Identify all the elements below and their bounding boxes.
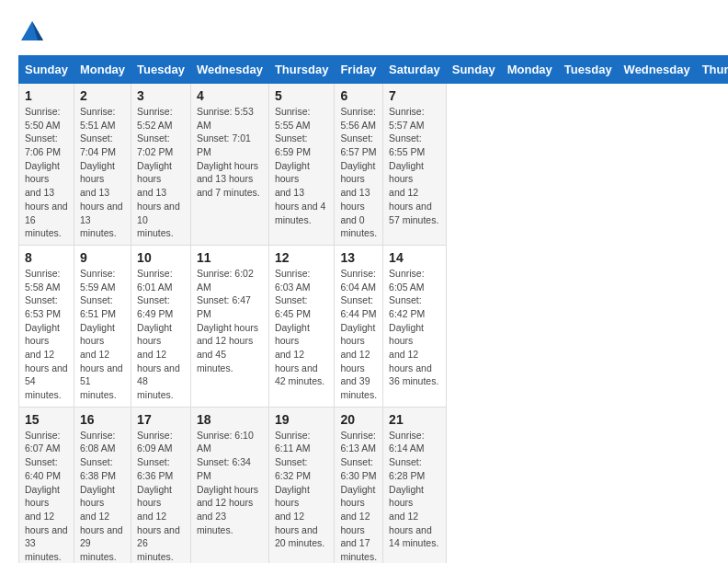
calendar-cell: 4 Sunrise: 5:53 AM Sunset: 7:01 PM Dayli…: [190, 84, 268, 246]
calendar-cell: 21 Sunrise: 6:14 AM Sunset: 6:28 PM Dayl…: [383, 407, 447, 563]
day-info: Sunrise: 6:07 AM Sunset: 6:40 PM Dayligh…: [25, 429, 68, 563]
day-info: Sunrise: 6:09 AM Sunset: 6:36 PM Dayligh…: [137, 429, 185, 563]
day-number: 4: [197, 88, 263, 103]
day-number: 18: [197, 412, 263, 427]
logo-icon: [18, 18, 46, 46]
calendar-cell: 18 Sunrise: 6:10 AM Sunset: 6:34 PM Dayl…: [190, 407, 268, 563]
day-number: 8: [25, 250, 68, 265]
day-header-monday: Monday: [74, 56, 131, 84]
calendar-cell: 16 Sunrise: 6:08 AM Sunset: 6:38 PM Dayl…: [74, 407, 131, 563]
day-info: Sunrise: 5:51 AM Sunset: 7:04 PM Dayligh…: [80, 105, 125, 240]
day-number: 13: [340, 250, 377, 265]
day-info: Sunrise: 5:57 AM Sunset: 6:55 PM Dayligh…: [389, 105, 440, 226]
day-number: 17: [137, 412, 185, 427]
day-header-thursday: Thursday: [696, 56, 728, 84]
day-number: 3: [137, 88, 185, 103]
day-info: Sunrise: 5:55 AM Sunset: 6:59 PM Dayligh…: [275, 105, 329, 226]
day-number: 14: [389, 250, 440, 265]
day-header-thursday: Thursday: [268, 56, 335, 84]
calendar-cell: 7 Sunrise: 5:57 AM Sunset: 6:55 PM Dayli…: [383, 84, 447, 246]
day-header-sunday: Sunday: [446, 56, 501, 84]
day-header-tuesday: Tuesday: [558, 56, 618, 84]
day-info: Sunrise: 5:56 AM Sunset: 6:57 PM Dayligh…: [340, 105, 377, 240]
day-number: 20: [340, 412, 377, 427]
day-info: Sunrise: 5:50 AM Sunset: 7:06 PM Dayligh…: [25, 105, 68, 240]
page-header: [18, 18, 710, 46]
calendar-cell: 19 Sunrise: 6:11 AM Sunset: 6:32 PM Dayl…: [268, 407, 335, 563]
day-info: Sunrise: 5:52 AM Sunset: 7:02 PM Dayligh…: [137, 105, 185, 240]
calendar-cell: 3 Sunrise: 5:52 AM Sunset: 7:02 PM Dayli…: [131, 84, 191, 246]
calendar-cell: 2 Sunrise: 5:51 AM Sunset: 7:04 PM Dayli…: [74, 84, 131, 246]
calendar-cell: 14 Sunrise: 6:05 AM Sunset: 6:42 PM Dayl…: [383, 245, 447, 407]
day-number: 12: [275, 250, 329, 265]
calendar-header-row: SundayMondayTuesdayWednesdayThursdayFrid…: [19, 56, 729, 84]
day-header-sunday: Sunday: [19, 56, 74, 84]
calendar-table: SundayMondayTuesdayWednesdayThursdayFrid…: [18, 55, 728, 563]
day-info: Sunrise: 6:08 AM Sunset: 6:38 PM Dayligh…: [80, 429, 125, 563]
day-info: Sunrise: 6:01 AM Sunset: 6:49 PM Dayligh…: [137, 267, 185, 402]
day-number: 1: [25, 88, 68, 103]
day-header-tuesday: Tuesday: [131, 56, 191, 84]
day-number: 21: [389, 412, 440, 427]
day-number: 19: [275, 412, 329, 427]
day-number: 10: [137, 250, 185, 265]
calendar-cell: 1 Sunrise: 5:50 AM Sunset: 7:06 PM Dayli…: [19, 84, 74, 246]
calendar-week-row: 15 Sunrise: 6:07 AM Sunset: 6:40 PM Dayl…: [19, 407, 729, 563]
day-info: Sunrise: 6:11 AM Sunset: 6:32 PM Dayligh…: [275, 429, 329, 550]
calendar-cell: 17 Sunrise: 6:09 AM Sunset: 6:36 PM Dayl…: [131, 407, 191, 563]
day-header-friday: Friday: [335, 56, 383, 84]
day-number: 6: [340, 88, 377, 103]
day-number: 16: [80, 412, 125, 427]
calendar-week-row: 1 Sunrise: 5:50 AM Sunset: 7:06 PM Dayli…: [19, 84, 729, 246]
calendar-cell: 20 Sunrise: 6:13 AM Sunset: 6:30 PM Dayl…: [335, 407, 383, 563]
day-info: Sunrise: 6:13 AM Sunset: 6:30 PM Dayligh…: [340, 429, 377, 563]
logo: [18, 18, 50, 46]
calendar-cell: 15 Sunrise: 6:07 AM Sunset: 6:40 PM Dayl…: [19, 407, 74, 563]
day-header-saturday: Saturday: [383, 56, 447, 84]
day-header-monday: Monday: [501, 56, 558, 84]
day-info: Sunrise: 5:53 AM Sunset: 7:01 PM Dayligh…: [197, 105, 263, 200]
calendar-cell: 5 Sunrise: 5:55 AM Sunset: 6:59 PM Dayli…: [268, 84, 335, 246]
day-info: Sunrise: 6:05 AM Sunset: 6:42 PM Dayligh…: [389, 267, 440, 388]
calendar-cell: 11 Sunrise: 6:02 AM Sunset: 6:47 PM Dayl…: [190, 245, 268, 407]
calendar-cell: 10 Sunrise: 6:01 AM Sunset: 6:49 PM Dayl…: [131, 245, 191, 407]
day-info: Sunrise: 5:58 AM Sunset: 6:53 PM Dayligh…: [25, 267, 68, 402]
calendar-cell: 8 Sunrise: 5:58 AM Sunset: 6:53 PM Dayli…: [19, 245, 74, 407]
day-number: 9: [80, 250, 125, 265]
calendar-cell: 12 Sunrise: 6:03 AM Sunset: 6:45 PM Dayl…: [268, 245, 335, 407]
day-number: 7: [389, 88, 440, 103]
day-info: Sunrise: 6:02 AM Sunset: 6:47 PM Dayligh…: [197, 267, 263, 375]
day-info: Sunrise: 6:03 AM Sunset: 6:45 PM Dayligh…: [275, 267, 329, 388]
day-info: Sunrise: 6:14 AM Sunset: 6:28 PM Dayligh…: [389, 429, 440, 550]
day-info: Sunrise: 6:04 AM Sunset: 6:44 PM Dayligh…: [340, 267, 377, 402]
day-info: Sunrise: 5:59 AM Sunset: 6:51 PM Dayligh…: [80, 267, 125, 402]
calendar-week-row: 8 Sunrise: 5:58 AM Sunset: 6:53 PM Dayli…: [19, 245, 729, 407]
day-number: 15: [25, 412, 68, 427]
day-number: 11: [197, 250, 263, 265]
day-header-wednesday: Wednesday: [618, 56, 696, 84]
calendar-cell: 9 Sunrise: 5:59 AM Sunset: 6:51 PM Dayli…: [74, 245, 131, 407]
day-number: 5: [275, 88, 329, 103]
calendar-cell: 6 Sunrise: 5:56 AM Sunset: 6:57 PM Dayli…: [335, 84, 383, 246]
day-number: 2: [80, 88, 125, 103]
calendar-cell: 13 Sunrise: 6:04 AM Sunset: 6:44 PM Dayl…: [335, 245, 383, 407]
day-header-wednesday: Wednesday: [190, 56, 268, 84]
day-info: Sunrise: 6:10 AM Sunset: 6:34 PM Dayligh…: [197, 429, 263, 537]
